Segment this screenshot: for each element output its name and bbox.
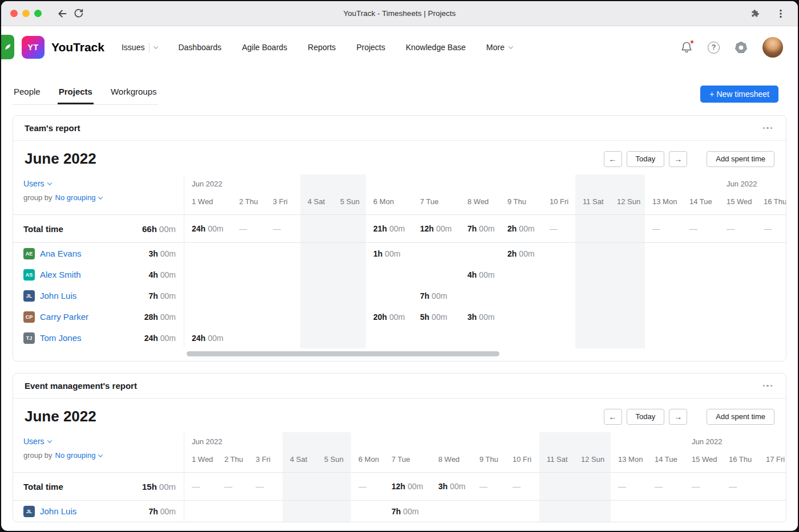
total-day-cell	[333, 215, 366, 242]
time-cell	[300, 243, 333, 264]
settings-button[interactable]	[735, 41, 748, 54]
new-timesheet-button[interactable]: + New timesheet	[700, 86, 778, 103]
day-column-header: 14 Tue	[682, 192, 719, 214]
user-name-link[interactable]: John Luis	[40, 291, 148, 300]
today-button[interactable]: Today	[627, 151, 665, 167]
day-column-header: 4 Sat	[300, 192, 333, 214]
user-avatar: AS	[23, 269, 35, 281]
user-name-link[interactable]: Alex Smith	[40, 270, 148, 279]
day-column-header: 12 Sun	[574, 449, 611, 472]
timesheet-table: Users group by No grouping Jun 2022Jun 2…	[13, 174, 786, 361]
nav-item-dashboards[interactable]: Dashboards	[178, 43, 221, 52]
time-cell	[610, 327, 645, 348]
card-menu-button[interactable]	[761, 125, 775, 132]
user-name-link[interactable]: Tom Jones	[40, 333, 144, 343]
nav-item-agile-boards[interactable]: Agile Boards	[242, 43, 287, 52]
user-avatar: TJ	[23, 332, 35, 344]
total-day-cell: 2h00m	[500, 215, 542, 242]
time-value: 24h00m	[144, 334, 176, 343]
time-value: 7h00m	[392, 507, 419, 516]
day-column-header: 5 Sun	[317, 449, 351, 472]
reload-button[interactable]	[70, 6, 86, 22]
time-cell	[366, 327, 413, 348]
close-button[interactable]	[10, 10, 18, 17]
time-cell	[500, 306, 542, 327]
zoom-button[interactable]	[34, 10, 42, 17]
user-name-link[interactable]: Ana Evans	[40, 249, 148, 258]
notifications-button[interactable]	[680, 41, 693, 54]
total-day-cell	[300, 215, 333, 242]
time-cell	[500, 264, 542, 285]
scrollbar-row	[13, 348, 786, 361]
back-button[interactable]	[54, 6, 70, 22]
day-column-header: 6 Mon	[366, 192, 413, 214]
month-cell	[610, 174, 645, 192]
browser-menu-button[interactable]	[773, 6, 789, 22]
time-cell	[413, 264, 460, 285]
total-day-cell: —	[645, 215, 682, 242]
help-button[interactable]: ?	[708, 42, 720, 54]
prev-period-button[interactable]: ←	[604, 409, 622, 425]
time-cell	[574, 501, 611, 522]
youtrack-logo[interactable]: YT	[22, 36, 45, 59]
card-menu-button[interactable]	[761, 383, 775, 389]
extensions-button[interactable]	[748, 6, 764, 22]
next-period-button[interactable]: →	[669, 151, 687, 167]
time-cell	[333, 243, 366, 264]
nav-item-issues[interactable]: Issues	[122, 43, 158, 52]
next-period-button[interactable]: →	[669, 409, 687, 425]
today-button[interactable]: Today	[627, 409, 665, 425]
time-cell	[413, 243, 460, 264]
month-cell	[300, 174, 333, 192]
nav-item-more[interactable]: More	[486, 43, 513, 52]
time-cell	[333, 306, 366, 327]
user-name-link[interactable]: John Luis	[40, 506, 148, 516]
time-cell	[756, 306, 786, 327]
nav-item-reports[interactable]: Reports	[308, 43, 336, 52]
user-avatar: CP	[23, 311, 35, 323]
time-value: —	[655, 482, 663, 491]
time-value: 24h00m	[192, 334, 223, 343]
user-name-link[interactable]: Carry Parker	[40, 312, 144, 322]
time-cell	[232, 264, 265, 285]
add-spent-time-button[interactable]: Add spent time	[707, 151, 774, 167]
grouping-filter[interactable]: No grouping	[55, 193, 103, 202]
total-day-cell: —	[682, 215, 719, 242]
users-filter[interactable]: Users	[23, 179, 51, 188]
users-filter[interactable]: Users	[23, 437, 51, 446]
grouping-filter[interactable]: No grouping	[55, 451, 103, 460]
browser-side-tab[interactable]	[1, 35, 14, 59]
time-value: 4h00m	[467, 270, 495, 279]
month-cell	[460, 174, 500, 192]
month-cell	[500, 174, 542, 192]
nav-item-projects[interactable]: Projects	[356, 43, 385, 52]
add-spent-time-button[interactable]: Add spent time	[707, 409, 774, 425]
tab-people[interactable]: People	[13, 83, 42, 104]
time-value: 20h00m	[373, 312, 405, 322]
horizontal-scrollbar[interactable]	[187, 351, 499, 356]
total-day-cell: —	[611, 473, 647, 500]
time-value: —	[358, 482, 366, 491]
feather-icon	[3, 43, 12, 51]
user-avatar: JL	[23, 506, 35, 517]
nav-item-knowledge-base[interactable]: Knowledge Base	[406, 43, 466, 52]
day-column-header: 11 Sat	[575, 192, 610, 214]
total-day-cell: —	[351, 473, 384, 500]
tab-projects[interactable]: Projects	[58, 83, 94, 104]
total-day-cell: —	[265, 215, 300, 242]
time-value: 24h00m	[192, 224, 223, 233]
time-cell	[682, 327, 719, 348]
month-cell	[505, 432, 539, 449]
time-cell	[265, 285, 300, 306]
question-mark-icon: ?	[708, 42, 720, 54]
total-day-cell: 7h00m	[460, 215, 500, 242]
time-cell	[333, 327, 366, 348]
profile-button[interactable]	[762, 37, 783, 58]
tab-workgroups[interactable]: Workgroups	[110, 83, 158, 104]
back-arrow-icon	[57, 8, 68, 19]
month-cell	[232, 174, 265, 192]
time-cell	[647, 501, 684, 522]
prev-period-button[interactable]: ←	[604, 151, 622, 167]
minimize-button[interactable]	[22, 10, 30, 17]
time-cell: 5h00m	[413, 306, 460, 327]
